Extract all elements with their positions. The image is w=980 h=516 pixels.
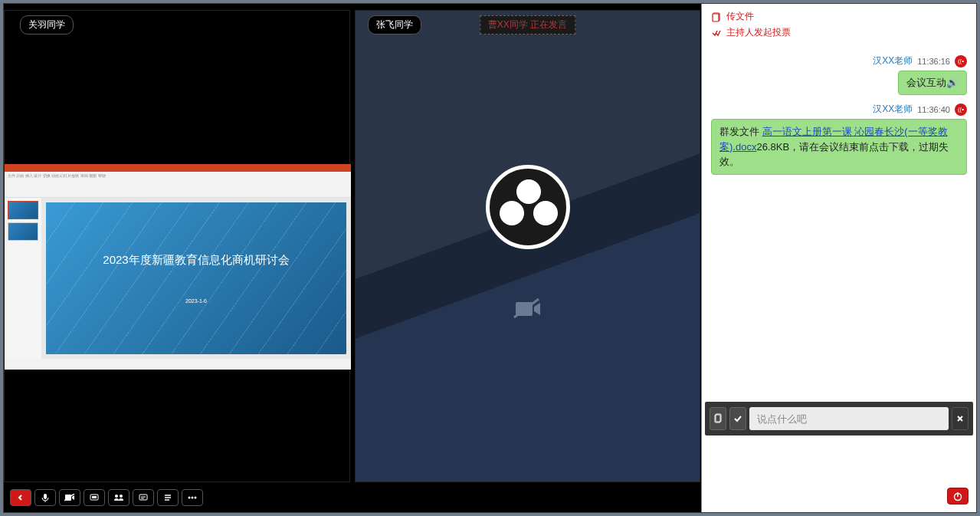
more-button[interactable] bbox=[182, 489, 203, 506]
speaking-indicator: 曹XX同学 正在发言 bbox=[480, 15, 575, 35]
ppt-status-bar bbox=[5, 359, 351, 370]
chat-button[interactable] bbox=[133, 489, 154, 506]
camera-button[interactable] bbox=[59, 489, 80, 506]
power-button[interactable] bbox=[947, 488, 969, 504]
participant-name-left: 关羽同学 bbox=[20, 15, 74, 35]
video-area: 关羽同学 文件 开始 插入 设计 切换 动画 幻灯片放映 审阅 视图 帮助 20… bbox=[4, 4, 701, 512]
slide-date: 2023-1-6 bbox=[185, 298, 207, 304]
svg-point-7 bbox=[115, 495, 118, 498]
chat-message: 汉XX老师 11:36:16 ((• 会议互动🔊 bbox=[711, 54, 967, 95]
check-button[interactable] bbox=[729, 407, 746, 430]
speaking-name: 曹XX同学 bbox=[488, 19, 528, 30]
chat-panel: 传文件 主持人发起投票 汉XX老师 11:36:16 ((• 会议互动🔊 汉XX… bbox=[701, 4, 976, 512]
svg-rect-19 bbox=[713, 14, 719, 21]
msg-time: 11:36:16 bbox=[917, 57, 950, 66]
svg-point-17 bbox=[195, 497, 197, 499]
participant-name-right: 张飞同学 bbox=[368, 15, 421, 35]
chat-text-input[interactable] bbox=[749, 407, 949, 430]
msg-sender: 汉XX老师 bbox=[873, 103, 913, 116]
upload-file-action[interactable]: 传文件 bbox=[711, 10, 967, 23]
camera-off-icon bbox=[513, 295, 543, 327]
attach-button[interactable] bbox=[710, 407, 726, 430]
ppt-title-bar bbox=[5, 164, 351, 172]
speaking-label: 正在发言 bbox=[530, 19, 567, 30]
ppt-ribbon: 文件 开始 插入 设计 切换 动画 幻灯片放映 审阅 视图 帮助 bbox=[5, 172, 351, 198]
video-pane-left: 关羽同学 文件 开始 插入 设计 切换 动画 幻灯片放映 审阅 视图 帮助 20… bbox=[4, 10, 350, 482]
participants-button[interactable] bbox=[108, 489, 129, 506]
svg-point-8 bbox=[120, 495, 123, 498]
collapse-button[interactable] bbox=[10, 489, 31, 506]
file-prefix: 群发文件 bbox=[719, 126, 762, 137]
chat-input-bar bbox=[705, 402, 973, 435]
obs-logo-icon bbox=[486, 165, 570, 249]
mic-button[interactable] bbox=[34, 489, 56, 506]
slide-thumb-1[interactable] bbox=[8, 201, 38, 219]
chat-message: 汉XX老师 11:36:40 ((• 群发文件 高一语文上册第一课 沁园春长沙(… bbox=[711, 103, 967, 175]
host-vote-label: 主持人发起投票 bbox=[726, 26, 791, 39]
msg-bubble[interactable]: 会议互动🔊 bbox=[898, 71, 967, 95]
host-vote-action[interactable]: 主持人发起投票 bbox=[711, 26, 967, 39]
broadcast-icon: ((• bbox=[955, 104, 967, 116]
msg-file-bubble: 群发文件 高一语文上册第一课 沁园春长沙(一等奖教案).docx26.8KB，请… bbox=[711, 119, 967, 175]
upload-file-label: 传文件 bbox=[726, 10, 754, 23]
shared-screen-ppt: 文件 开始 插入 设计 切换 动画 幻灯片放映 审阅 视图 帮助 2023年度新… bbox=[5, 164, 351, 370]
broadcast-icon: ((• bbox=[955, 55, 967, 67]
slide-thumb-2[interactable] bbox=[8, 222, 38, 241]
svg-point-16 bbox=[192, 497, 194, 499]
list-button[interactable] bbox=[157, 489, 179, 506]
svg-point-15 bbox=[188, 497, 191, 499]
slide-title: 2023年度新疆教育信息化商机研讨会 bbox=[103, 253, 289, 268]
ppt-slide-canvas: 2023年度新疆教育信息化商机研讨会 2023-1-6 bbox=[41, 198, 351, 359]
screen-share-button[interactable] bbox=[84, 489, 105, 506]
video-pane-right: 张飞同学 曹XX同学 正在发言 bbox=[355, 10, 700, 482]
close-input-button[interactable] bbox=[952, 407, 969, 430]
chat-messages: 汉XX老师 11:36:16 ((• 会议互动🔊 汉XX老师 11:36:40 … bbox=[702, 48, 976, 402]
ppt-thumbnail-panel bbox=[5, 198, 41, 359]
svg-rect-2 bbox=[44, 494, 47, 499]
msg-sender: 汉XX老师 bbox=[873, 54, 913, 67]
file-size: 26.8KB bbox=[756, 141, 789, 153]
bottom-toolbar bbox=[10, 489, 203, 506]
msg-time: 11:36:40 bbox=[917, 105, 950, 114]
svg-rect-6 bbox=[92, 496, 97, 498]
